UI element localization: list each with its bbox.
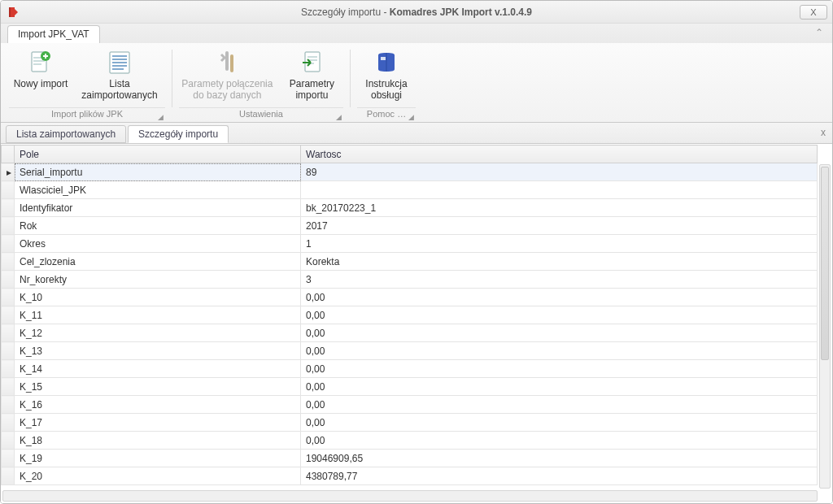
table-row[interactable]: Cel_zlozeniaKorekta bbox=[2, 253, 818, 271]
cell-field[interactable]: K_18 bbox=[15, 432, 301, 450]
cell-value[interactable]: bk_20170223_1 bbox=[301, 199, 818, 217]
close-icon: X bbox=[810, 7, 816, 17]
cell-value[interactable]: 2017 bbox=[301, 217, 818, 235]
cell-field[interactable]: K_10 bbox=[15, 289, 301, 306]
manual-label: Instrukcja obsługi bbox=[365, 79, 407, 102]
details-grid: Pole Wartosc ▸Serial_importu89Wlasciciel… bbox=[1, 144, 832, 503]
group-launcher-icon[interactable]: ◢ bbox=[158, 113, 164, 121]
db-connection-params-label: Paramety połączenia do bazy danych bbox=[181, 79, 273, 102]
cell-field[interactable]: K_19 bbox=[15, 450, 301, 467]
svg-rect-0 bbox=[9, 7, 11, 17]
cell-field[interactable]: K_20 bbox=[15, 467, 301, 485]
new-import-icon bbox=[28, 50, 54, 76]
row-indicator bbox=[2, 306, 15, 324]
row-indicator bbox=[2, 289, 15, 306]
close-icon: x bbox=[821, 127, 826, 138]
cell-field[interactable]: K_11 bbox=[15, 306, 301, 324]
cell-value[interactable] bbox=[301, 181, 818, 199]
table-row[interactable]: Identyfikatorbk_20170223_1 bbox=[2, 199, 818, 217]
column-header-field[interactable]: Pole bbox=[15, 146, 301, 163]
table-row[interactable]: ▸Serial_importu89 bbox=[2, 163, 818, 181]
table-row[interactable]: K_160,00 bbox=[2, 396, 818, 414]
manual-button[interactable]: Instrukcja obsługi bbox=[357, 46, 416, 105]
cell-value[interactable]: 19046909,65 bbox=[301, 450, 818, 467]
cell-field[interactable]: Cel_zlozenia bbox=[15, 253, 301, 271]
table-row[interactable]: Rok2017 bbox=[2, 217, 818, 235]
cell-field[interactable]: K_13 bbox=[15, 342, 301, 360]
cell-field[interactable]: Wlasciciel_JPK bbox=[15, 181, 301, 199]
table-row[interactable]: K_180,00 bbox=[2, 432, 818, 450]
tab-close-button[interactable]: x bbox=[821, 127, 826, 138]
ribbon-tab-import-jpk-vat[interactable]: Import JPK_VAT bbox=[7, 25, 100, 43]
chevron-up-icon: ⌃ bbox=[815, 27, 823, 38]
table-row[interactable]: K_150,00 bbox=[2, 378, 818, 396]
row-indicator bbox=[2, 396, 15, 414]
cell-value[interactable]: 1 bbox=[301, 235, 818, 253]
cell-field[interactable]: Nr_korekty bbox=[15, 271, 301, 289]
list-icon bbox=[107, 50, 133, 76]
table-row[interactable]: Wlasciciel_JPK bbox=[2, 181, 818, 199]
cell-value[interactable]: 3 bbox=[301, 271, 818, 289]
vertical-scrollbar[interactable] bbox=[819, 164, 831, 489]
table-row[interactable]: K_130,00 bbox=[2, 342, 818, 360]
table-row[interactable]: K_170,00 bbox=[2, 414, 818, 432]
tools-icon bbox=[214, 50, 240, 76]
cell-field[interactable]: Serial_importu bbox=[15, 163, 301, 181]
row-indicator bbox=[2, 360, 15, 378]
details-table[interactable]: Pole Wartosc ▸Serial_importu89Wlasciciel… bbox=[1, 145, 818, 485]
cell-value[interactable]: 0,00 bbox=[301, 306, 818, 324]
list-imported-button[interactable]: Lista zaimportowanych bbox=[77, 46, 162, 105]
import-params-button[interactable]: Parametry importu bbox=[281, 46, 343, 105]
ribbon-collapse-button[interactable]: ⌃ bbox=[813, 27, 826, 38]
column-header-value[interactable]: Wartosc bbox=[301, 146, 818, 163]
cell-value[interactable]: 89 bbox=[301, 163, 818, 181]
list-imported-label: Lista zaimportowanych bbox=[81, 79, 157, 102]
tab-import-details[interactable]: Szczegóły importu bbox=[128, 125, 229, 143]
cell-field[interactable]: K_15 bbox=[15, 378, 301, 396]
table-row[interactable]: K_120,00 bbox=[2, 324, 818, 342]
cell-value[interactable]: 0,00 bbox=[301, 432, 818, 450]
cell-value[interactable]: 0,00 bbox=[301, 378, 818, 396]
group-launcher-icon[interactable]: ◢ bbox=[336, 113, 342, 121]
tab-list-imported[interactable]: Lista zaimportowanych bbox=[6, 125, 126, 143]
import-params-icon bbox=[299, 50, 325, 76]
ribbon-separator bbox=[172, 50, 172, 107]
row-indicator bbox=[2, 378, 15, 396]
app-icon bbox=[6, 5, 20, 20]
cell-field[interactable]: Okres bbox=[15, 235, 301, 253]
cell-field[interactable]: K_17 bbox=[15, 414, 301, 432]
cell-field[interactable]: K_12 bbox=[15, 324, 301, 342]
new-import-button[interactable]: Nowy import bbox=[9, 46, 72, 93]
cell-field[interactable]: Identyfikator bbox=[15, 199, 301, 217]
row-indicator-header bbox=[2, 146, 15, 163]
table-row[interactable]: K_140,00 bbox=[2, 360, 818, 378]
cell-value[interactable]: 0,00 bbox=[301, 360, 818, 378]
book-icon bbox=[373, 50, 399, 76]
cell-value[interactable]: Korekta bbox=[301, 253, 818, 271]
cell-field[interactable]: K_14 bbox=[15, 360, 301, 378]
table-row[interactable]: K_1919046909,65 bbox=[2, 450, 818, 467]
cell-value[interactable]: 4380789,77 bbox=[301, 467, 818, 485]
cell-value[interactable]: 0,00 bbox=[301, 414, 818, 432]
ribbon-group-import: Nowy import Lista zaimportowanych Import… bbox=[6, 46, 168, 122]
table-row[interactable]: K_110,00 bbox=[2, 306, 818, 324]
row-indicator bbox=[2, 235, 15, 253]
cell-field[interactable]: K_16 bbox=[15, 396, 301, 414]
table-row[interactable]: K_204380789,77 bbox=[2, 467, 818, 485]
window-close-button[interactable]: X bbox=[800, 5, 827, 20]
row-indicator bbox=[2, 467, 15, 485]
horizontal-scrollbar[interactable] bbox=[2, 490, 818, 502]
titlebar: Szczegóły importu - Komadres JPK Import … bbox=[1, 1, 832, 24]
cell-value[interactable]: 0,00 bbox=[301, 396, 818, 414]
cell-value[interactable]: 0,00 bbox=[301, 342, 818, 360]
cell-field[interactable]: Rok bbox=[15, 217, 301, 235]
import-params-label: Parametry importu bbox=[290, 79, 334, 102]
scrollbar-thumb[interactable] bbox=[821, 167, 829, 360]
row-indicator bbox=[2, 181, 15, 199]
cell-value[interactable]: 0,00 bbox=[301, 289, 818, 306]
table-row[interactable]: K_100,00 bbox=[2, 289, 818, 306]
table-row[interactable]: Nr_korekty3 bbox=[2, 271, 818, 289]
cell-value[interactable]: 0,00 bbox=[301, 324, 818, 342]
table-row[interactable]: Okres1 bbox=[2, 235, 818, 253]
group-launcher-icon[interactable]: ◢ bbox=[408, 113, 414, 121]
